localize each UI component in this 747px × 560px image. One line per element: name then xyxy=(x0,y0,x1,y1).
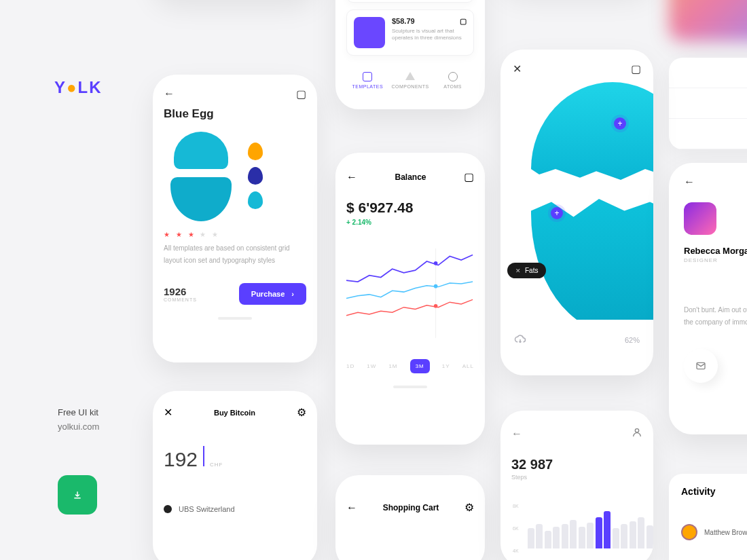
bookmark-icon[interactable]: ▢ xyxy=(296,88,306,100)
swatch-orange[interactable] xyxy=(248,143,263,160)
bank-icon xyxy=(164,505,172,513)
avatar[interactable] xyxy=(684,202,716,235)
color-swatches xyxy=(248,143,263,209)
close-icon[interactable]: ✕ xyxy=(164,406,172,419)
remove-icon[interactable]: ✕ xyxy=(515,267,521,274)
star-rating: ★ ★ ★ ★ ★ xyxy=(164,231,306,238)
tab-templates[interactable]: TEMPLATES xyxy=(346,69,389,89)
activity-title: Activity xyxy=(681,486,747,497)
phone-buy-bitcoin: ✕ Buy Bitcoin ⚙ 192 CHF UBS Switzerland xyxy=(153,391,317,560)
tab-components[interactable]: COMPONENTS xyxy=(389,69,432,89)
range-1d[interactable]: 1D xyxy=(346,363,354,369)
range-1m[interactable]: 1M xyxy=(388,363,397,369)
phone-product-detail: ← ▢ Blue Egg ★ ★ ★ ★ ★ All templates are… xyxy=(153,75,317,362)
circle-icon xyxy=(448,72,458,81)
triangle-icon xyxy=(405,72,415,80)
profile-name: Rebecca Morgan xyxy=(684,246,747,256)
close-icon[interactable]: ✕ xyxy=(513,62,522,75)
back-icon[interactable]: ← xyxy=(346,171,357,183)
comments-count: 1926 COMMENTS xyxy=(164,286,197,302)
svg-point-5 xyxy=(635,429,638,432)
square-icon xyxy=(363,72,372,81)
balance-line-chart xyxy=(346,242,474,344)
range-1w[interactable]: 1W xyxy=(367,363,376,369)
balance-amount: $ 6'927.48 xyxy=(346,200,474,216)
user-icon[interactable] xyxy=(632,427,642,441)
phone-shopping-cart: ← Shopping Cart ⚙ xyxy=(335,475,485,560)
chevron-right-icon: › xyxy=(291,290,294,298)
drag-handle[interactable] xyxy=(218,317,252,320)
nutrition-tag[interactable]: ✕Fats xyxy=(507,263,546,278)
y-axis-labels: 8K6K4K xyxy=(513,504,519,553)
text-cursor xyxy=(203,446,204,466)
back-icon[interactable]: ← xyxy=(684,176,695,188)
action-save[interactable]: Save xyxy=(669,58,747,88)
balance-delta: + 2.14% xyxy=(346,219,474,226)
steps-bar-chart xyxy=(528,494,642,548)
phone-list-preview: ▢ The green heart is a muscular organ in… xyxy=(335,0,485,109)
brand-logo: Y●LK xyxy=(54,78,103,97)
swatch-cyan[interactable] xyxy=(248,191,263,209)
bank-selector[interactable]: UBS Switzerland xyxy=(164,505,306,513)
profile-role: DESIGNER xyxy=(684,257,747,263)
drag-handle[interactable] xyxy=(393,386,427,388)
settings-icon[interactable]: ⚙ xyxy=(297,406,306,419)
cloud-download-icon[interactable] xyxy=(514,333,526,347)
egg-icon: ● xyxy=(67,78,78,96)
kit-caption: Free UI kit yolkui.com xyxy=(58,406,99,434)
screen-title: Balance xyxy=(357,172,464,182)
back-icon[interactable]: ← xyxy=(164,88,175,100)
amount-input[interactable]: 192 CHF xyxy=(164,446,306,471)
range-switcher: 1D 1W 1M 3M 1Y ALL xyxy=(346,359,474,373)
egg-3d-canvas[interactable]: + + ✕Fats xyxy=(500,82,653,320)
product-title: Blue Egg xyxy=(164,107,306,121)
purchase-button[interactable]: Purchase› xyxy=(239,283,306,305)
bookmark-icon[interactable]: ▢ xyxy=(464,170,474,183)
product-image xyxy=(164,132,238,220)
svg-point-3 xyxy=(434,304,438,308)
tab-atoms[interactable]: ATOMS xyxy=(431,69,474,89)
percent-value: 62% xyxy=(625,336,640,344)
range-all[interactable]: ALL xyxy=(462,363,474,369)
screen-title: Buy Bitcoin xyxy=(214,409,255,417)
range-1y[interactable]: 1Y xyxy=(442,363,450,369)
phone-egg-viewer: ✕ ▢ + + ✕Fats 62% xyxy=(500,50,653,375)
activity-row[interactable]: Matthew Brown xyxy=(681,524,747,540)
download-button[interactable] xyxy=(58,475,97,515)
range-3m[interactable]: 3M xyxy=(410,359,430,373)
list-item[interactable]: $17.84▢ The red lion (Panthera leo) is a… xyxy=(346,0,474,3)
action-delete[interactable]: Delete xyxy=(669,88,747,119)
bookmark-icon[interactable]: ▢ xyxy=(460,17,467,26)
list-item[interactable]: $58.79▢ Sculpture is visual art that ope… xyxy=(346,10,474,56)
mail-icon xyxy=(695,360,706,371)
activity-panel: Activity Matthew Brown xyxy=(669,474,747,560)
screen-title: Shopping Cart xyxy=(357,503,464,512)
phone-balance: ← Balance ▢ $ 6'927.48 + 2.14% 1D 1W 1M … xyxy=(335,153,485,445)
hotspot-plus-icon[interactable]: + xyxy=(551,207,563,219)
settings-icon[interactable]: ⚙ xyxy=(464,501,474,514)
steps-value: 32 987 xyxy=(511,457,642,472)
mail-button[interactable] xyxy=(684,349,718,383)
bookmark-icon[interactable]: ▢ xyxy=(631,62,641,75)
phone-profile: ← Rebecca Morgan DESIGNER Don't bunt. Ai… xyxy=(669,163,747,434)
swatch-navy[interactable] xyxy=(248,167,263,185)
action-cancel[interactable]: Cancel xyxy=(669,119,747,149)
product-description: All templates are based on consistent gr… xyxy=(164,242,306,267)
svg-point-2 xyxy=(434,284,438,288)
profile-quote: Don't bunt. Aim out of the ballpark. Aim… xyxy=(684,304,747,329)
svg-point-1 xyxy=(434,261,438,265)
steps-label: Steps xyxy=(511,474,642,481)
hotspot-plus-icon[interactable]: + xyxy=(614,117,626,130)
item-thumb xyxy=(354,17,385,48)
gradient-preview xyxy=(669,0,747,41)
phone-steps: ← 32 987 Steps 8K6K4K xyxy=(500,411,653,560)
action-sheet: Save Delete Cancel xyxy=(669,58,747,149)
back-icon[interactable]: ← xyxy=(511,428,522,440)
avatar xyxy=(681,524,697,540)
back-icon[interactable]: ← xyxy=(346,502,357,514)
